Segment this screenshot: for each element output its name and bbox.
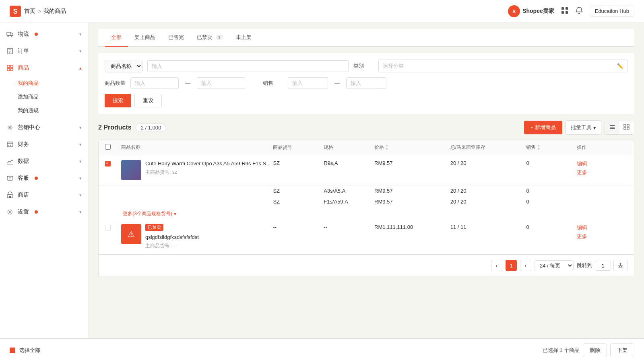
finance-icon	[6, 141, 14, 148]
table-header: 商品名称 商品货号 规格 价格 ▲ ▼ 总/马来西亚库存 销售	[99, 140, 634, 155]
jump-button[interactable]: 去	[613, 260, 627, 271]
filter-quantity-dash: —	[184, 80, 192, 86]
svg-rect-5	[566, 7, 568, 10]
view-toggle	[605, 121, 634, 135]
sidebar-item-products[interactable]: 商品 ▴	[0, 60, 88, 76]
sidebar-item-marketing[interactable]: 营销中心 ▾	[0, 119, 88, 136]
submenu-add-product[interactable]: 添加商品	[18, 90, 88, 104]
settings-icon	[6, 208, 14, 216]
product-1-sku: 主商品货号: sz	[145, 169, 273, 176]
table-row: ⚠ 已禁卖 gsigdfsildgfksdsfsfsfdst 主商品货号:	[99, 219, 634, 254]
product-2-price: RM1,111,111.00	[374, 224, 450, 230]
svg-point-10	[11, 35, 12, 37]
svg-rect-23	[10, 145, 11, 146]
filter-name-input[interactable]	[147, 60, 349, 72]
bell-icon[interactable]	[575, 6, 583, 16]
filter-category-placeholder: 选择分类	[383, 62, 404, 70]
sidebar-item-customer-service[interactable]: 客服 ▾	[0, 170, 88, 187]
products-icon	[6, 64, 14, 72]
filter-quantity-max[interactable]	[197, 77, 245, 89]
delete-button[interactable]: 删除	[583, 343, 607, 357]
sidebar-item-finance[interactable]: 财务 ▾	[0, 136, 88, 153]
submenu-my-violations[interactable]: 我的违规	[18, 104, 88, 117]
filter-category-label: 类别	[353, 62, 374, 70]
tabs: 全部 架上商品 已售完 已禁卖 1 未上架	[98, 29, 634, 47]
svg-rect-7	[566, 11, 568, 14]
product-1-checkbox[interactable]	[105, 161, 111, 167]
banned-icon: ⚠	[128, 229, 135, 239]
header-checkbox[interactable]	[105, 144, 111, 150]
reset-button[interactable]: 重设	[134, 94, 162, 107]
product-2-sales: 0	[526, 224, 577, 230]
more-variants-link[interactable]: 更多(3个商品规格货号) ▾	[99, 207, 634, 219]
sidebar-item-logistics[interactable]: 物流 ▾	[0, 26, 88, 43]
sidebar-item-settings[interactable]: 设置 ▾	[0, 204, 88, 220]
shop-icon	[6, 191, 14, 199]
tab-unlisted[interactable]: 未上架	[229, 29, 258, 47]
bulk-tool-button[interactable]: 批量工具 ▾	[566, 120, 601, 135]
product-2-checkbox[interactable]	[105, 225, 111, 230]
product-row-group-2: ⚠ 已禁卖 gsigdfsildgfksdsfsfsfdst 主商品货号:	[99, 219, 634, 255]
jump-input[interactable]	[595, 261, 611, 271]
grid-icon[interactable]	[561, 6, 569, 16]
filter-sales-dash: —	[333, 80, 341, 86]
filter-quantity-label: 商品数量	[105, 80, 126, 87]
product-1-edit-link[interactable]: 编辑	[577, 160, 627, 167]
filter-sales-label: 销售	[263, 80, 283, 87]
product-1-sub-row-2: SZ A3s/A5,A RM9.57 20 / 20 0	[99, 185, 634, 196]
product-2-more-link[interactable]: 更多	[577, 233, 627, 240]
select-all-minus-checkbox[interactable]	[10, 348, 15, 353]
add-product-button[interactable]: + 新增商品	[524, 121, 562, 134]
more-variants-chevron-icon: ▾	[174, 211, 176, 217]
search-button[interactable]: 搜索	[105, 94, 131, 107]
list-view-button[interactable]	[605, 121, 619, 134]
delist-button[interactable]: 下架	[610, 343, 634, 357]
header-price[interactable]: 价格 ▲ ▼	[374, 144, 450, 151]
tab-all[interactable]: 全部	[105, 29, 128, 47]
page-1-button[interactable]: 1	[506, 260, 517, 271]
sidebar-item-data[interactable]: 数据 ▾	[0, 153, 88, 170]
product-2-actions: 编辑 更多	[577, 224, 627, 240]
breadcrumb-home[interactable]: 首页	[24, 8, 35, 15]
prev-page-button[interactable]: ‹	[491, 260, 502, 271]
product-1-thumbnail	[121, 160, 141, 180]
data-chevron: ▾	[79, 159, 82, 164]
filter-sales-max[interactable]	[346, 77, 386, 89]
sidebar-label-shop: 商店	[18, 191, 29, 199]
product-2-edit-link[interactable]: 编辑	[577, 224, 627, 231]
shopee-brand-text: Shopee卖家	[522, 8, 554, 15]
svg-rect-6	[561, 11, 564, 14]
tab-banned[interactable]: 已禁卖 1	[190, 29, 229, 47]
filter-name-select[interactable]: 商品名称	[105, 60, 142, 72]
sidebar-item-shop[interactable]: 商店 ▾	[0, 187, 88, 204]
customer-service-dot	[35, 177, 38, 180]
header-sales[interactable]: 销售 ▲ ▼	[526, 144, 577, 151]
page-size-select[interactable]: 24 / 每页 48 / 每页 100 / 每页	[535, 260, 574, 271]
tab-sold-out[interactable]: 已售完	[162, 29, 190, 47]
breadcrumb: 首页 > 我的商品	[24, 8, 66, 15]
product-1-price-1: RM9.57	[374, 160, 450, 166]
bottom-bar-right: 已选择 1 个商品 删除 下架	[543, 343, 634, 357]
tab-listed[interactable]: 架上商品	[128, 29, 162, 47]
product-2-sku: 主商品货号: --	[145, 243, 273, 249]
svg-point-9	[8, 35, 9, 37]
shopee-logo: S	[10, 6, 21, 17]
bottom-bar-left: 选择全部	[10, 347, 40, 354]
next-page-button[interactable]: ›	[520, 260, 531, 271]
product-1-info: Cute Hairy Warm Cover Opo A3s A5 A59 R9s…	[121, 160, 273, 180]
submenu-my-products[interactable]: 我的商品	[18, 76, 88, 90]
filter-category-edit-icon[interactable]: ✏️	[617, 63, 623, 69]
sales-sort-icon: ▲ ▼	[537, 144, 540, 151]
grid-view-button[interactable]	[619, 121, 634, 134]
sidebar-item-orders[interactable]: 订单 ▾	[0, 43, 88, 60]
filter-sales-min[interactable]	[288, 77, 328, 89]
filter-category-input[interactable]: 选择分类 ✏️	[378, 60, 628, 72]
sidebar-label-finance: 财务	[18, 141, 29, 148]
sidebar-label-products: 商品	[18, 64, 29, 72]
product-1-more-link[interactable]: 更多	[577, 169, 627, 176]
header-name: 商品名称	[121, 144, 273, 151]
product-1-variant-1: SZ	[273, 160, 324, 166]
education-hub-button[interactable]: Education Hub	[590, 6, 634, 16]
filter-quantity-min[interactable]	[130, 77, 179, 89]
sidebar-label-logistics: 物流	[18, 31, 29, 38]
